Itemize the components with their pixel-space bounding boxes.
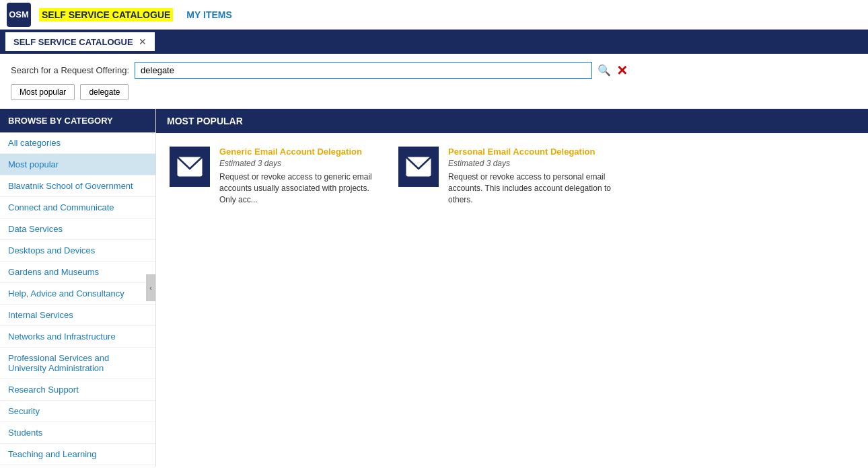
card-0: Generic Email Account DelegationEstimate…: [170, 147, 385, 205]
sidebar-item-0[interactable]: All categories: [0, 132, 155, 154]
card-title-1[interactable]: Personal Email Account Delegation: [448, 147, 595, 157]
sidebar-collapse-button[interactable]: ‹: [146, 274, 155, 301]
tab-close-icon[interactable]: ✕: [139, 36, 147, 47]
sidebar-item-3[interactable]: Connect and Communicate: [0, 197, 155, 219]
filter-delegate[interactable]: delegate: [80, 84, 129, 100]
card-body-0: Generic Email Account DelegationEstimate…: [219, 147, 385, 205]
card-title-0[interactable]: Generic Email Account Delegation: [219, 147, 362, 157]
search-input[interactable]: [135, 62, 592, 79]
envelope-icon: [406, 157, 431, 177]
card-icon-0: [170, 147, 210, 187]
close-icon: ✕: [616, 63, 628, 78]
filter-most-popular[interactable]: Most popular: [11, 84, 75, 100]
content-area: MOST POPULAR Generic Email Account Deleg…: [156, 109, 868, 467]
sidebar-item-12[interactable]: Security: [0, 401, 155, 422]
search-icon: 🔍: [598, 65, 611, 76]
my-items-link[interactable]: MY ITEMS: [186, 9, 231, 20]
envelope-icon: [177, 157, 203, 177]
card-estimate-0: Estimated 3 days: [219, 159, 385, 168]
sidebar-item-10[interactable]: Professional Services and University Adm…: [0, 348, 155, 379]
tab-label: SELF SERVICE CATALOGUE: [13, 37, 133, 47]
cards-grid: Generic Email Account DelegationEstimate…: [170, 147, 855, 205]
sidebar: BROWSE BY CATEGORY All categoriesMost po…: [0, 109, 156, 467]
sidebar-item-14[interactable]: Teaching and Learning: [0, 444, 155, 465]
sidebar-item-9[interactable]: Networks and Infrastructure: [0, 326, 155, 348]
card-desc-1: Request or revoke access to personal ema…: [448, 171, 614, 205]
sidebar-item-1[interactable]: Most popular: [0, 154, 155, 175]
main-layout: BROWSE BY CATEGORY All categoriesMost po…: [0, 109, 868, 467]
card-body-1: Personal Email Account DelegationEstimat…: [448, 147, 614, 205]
sidebar-item-11[interactable]: Research Support: [0, 379, 155, 401]
content-header: MOST POPULAR: [156, 109, 868, 133]
tab-bar: SELF SERVICE CATALOGUE ✕: [0, 30, 868, 54]
sidebar-item-4[interactable]: Data Services: [0, 219, 155, 240]
sidebar-item-13[interactable]: Students: [0, 422, 155, 444]
sidebar-item-8[interactable]: Internal Services: [0, 305, 155, 326]
sidebar-item-6[interactable]: Gardens and Museums: [0, 262, 155, 283]
search-area: Search for a Request Offering: 🔍 ✕ Most …: [0, 54, 868, 109]
sidebar-item-5[interactable]: Desktops and Devices: [0, 240, 155, 262]
chevron-left-icon: ‹: [149, 284, 151, 292]
sidebar-item-7[interactable]: Help, Advice and Consultancy: [0, 283, 155, 305]
card-desc-0: Request or revoke access to generic emai…: [219, 171, 385, 205]
sidebar-header: BROWSE BY CATEGORY: [0, 109, 155, 132]
filter-row: Most popular delegate: [11, 84, 857, 100]
card-1: Personal Email Account DelegationEstimat…: [398, 147, 614, 205]
top-nav: OSM SELF SERVICE CATALOGUE MY ITEMS: [0, 0, 868, 30]
tab-self-service[interactable]: SELF SERVICE CATALOGUE ✕: [5, 32, 155, 51]
nav-title: SELF SERVICE CATALOGUE: [39, 8, 173, 22]
card-icon-1: [398, 147, 439, 187]
clear-button[interactable]: ✕: [616, 64, 628, 77]
search-button[interactable]: 🔍: [598, 64, 611, 77]
logo: OSM: [7, 3, 31, 27]
card-estimate-1: Estimated 3 days: [448, 159, 614, 168]
search-label: Search for a Request Offering:: [11, 65, 129, 75]
sidebar-item-2[interactable]: Blavatnik School of Government: [0, 175, 155, 197]
